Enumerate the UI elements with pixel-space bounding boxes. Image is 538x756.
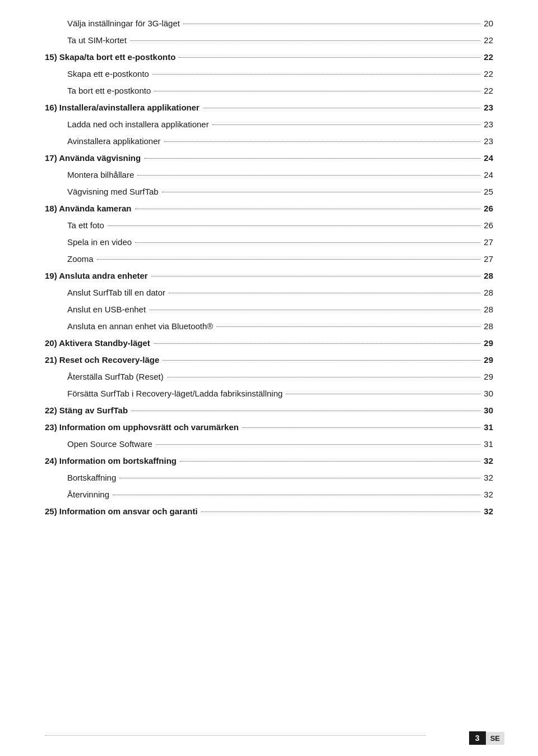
toc-dots <box>119 478 480 478</box>
toc-list: Välja inställningar för 3G-läget20Ta ut … <box>45 17 493 518</box>
toc-page-number: 27 <box>484 252 493 266</box>
toc-item-item-19: Ansluta en annan enhet via Bluetooth®28 <box>45 320 493 333</box>
toc-page-number: 24 <box>484 168 493 182</box>
toc-label: Ta ut SIM-kortet <box>67 34 127 47</box>
toc-label: 17) Använda vägvisning <box>45 151 141 165</box>
toc-label: Återvinning <box>67 488 109 501</box>
toc-item-item-30: 25) Information om ansvar och garanti32 <box>45 505 493 518</box>
toc-item-item-22: Återställa SurfTab (Reset)29 <box>45 370 493 384</box>
toc-item-item-8: Avinstallera applikationer23 <box>45 135 493 148</box>
toc-label: Skapa ett e-postkonto <box>67 67 149 81</box>
toc-dots <box>97 259 481 260</box>
page-footer: 3 SE <box>469 731 504 745</box>
toc-page-number: 22 <box>484 50 493 64</box>
toc-dots <box>154 343 480 344</box>
toc-dots <box>169 293 480 293</box>
toc-dots <box>137 175 480 176</box>
toc-page-number: 32 <box>484 471 493 485</box>
toc-page-number: 22 <box>484 84 493 98</box>
toc-dots <box>286 394 480 394</box>
toc-item-item-3: 15) Skapa/ta bort ett e-postkonto22 <box>45 50 493 64</box>
toc-label: 16) Installera/avinstallera applikatione… <box>45 101 200 114</box>
toc-dots <box>156 444 481 445</box>
toc-label: 21) Reset och Recovery-läge <box>45 353 159 367</box>
toc-dots <box>151 276 481 276</box>
toc-label: Spela in en video <box>67 236 132 249</box>
toc-page-number: 28 <box>484 320 493 333</box>
toc-dots <box>144 158 480 159</box>
language-indicator: SE <box>486 732 504 745</box>
toc-label: 23) Information om upphovsrätt och varum… <box>45 421 239 434</box>
toc-page-number: 28 <box>484 303 493 316</box>
toc-dots <box>216 326 480 327</box>
toc-page-number: 26 <box>484 219 493 232</box>
toc-label: Återställa SurfTab (Reset) <box>67 370 164 384</box>
toc-dots <box>162 192 481 192</box>
toc-item-item-20: 20) Aktivera Standby-läget29 <box>45 336 493 350</box>
toc-page-number: 28 <box>484 286 493 299</box>
toc-page-number: 29 <box>484 336 493 350</box>
toc-label: 19) Ansluta andra enheter <box>45 269 148 283</box>
toc-item-item-17: Anslut SurfTab till en dator28 <box>45 286 493 299</box>
toc-dots <box>163 360 480 361</box>
toc-item-item-9: 17) Använda vägvisning24 <box>45 151 493 165</box>
toc-dots <box>167 377 481 377</box>
toc-dots <box>180 461 480 462</box>
toc-dots <box>130 40 480 41</box>
toc-item-item-10: Montera bilhållare24 <box>45 168 493 182</box>
toc-dots <box>113 495 480 495</box>
toc-item-item-25: 23) Information om upphovsrätt och varum… <box>45 421 493 434</box>
toc-label: 24) Information om bortskaffning <box>45 454 177 468</box>
toc-dots <box>201 511 481 512</box>
toc-item-item-5: Ta bort ett e-postkonto22 <box>45 84 493 98</box>
toc-dots <box>135 209 481 209</box>
toc-item-item-15: Zooma27 <box>45 252 493 266</box>
toc-item-item-11: Vägvisning med SurfTab25 <box>45 185 493 199</box>
toc-label: 18) Använda kameran <box>45 202 132 215</box>
toc-page-number: 22 <box>484 34 493 47</box>
toc-item-item-13: Ta ett foto26 <box>45 219 493 232</box>
toc-page-number: 30 <box>484 404 493 417</box>
toc-item-item-6: 16) Installera/avinstallera applikatione… <box>45 101 493 114</box>
toc-dots <box>131 411 480 411</box>
toc-page-number: 27 <box>484 236 493 249</box>
toc-item-item-16: 19) Ansluta andra enheter28 <box>45 269 493 283</box>
toc-item-item-27: 24) Information om bortskaffning32 <box>45 454 493 468</box>
toc-page-number: 28 <box>484 269 493 283</box>
toc-dots <box>108 225 480 226</box>
toc-page-number: 23 <box>484 135 493 148</box>
toc-label: Ladda ned och installera applikationer <box>67 118 209 131</box>
page-container: Välja inställningar för 3G-läget20Ta ut … <box>0 0 538 756</box>
toc-item-item-14: Spela in en video27 <box>45 236 493 249</box>
toc-item-item-2: Ta ut SIM-kortet22 <box>45 34 493 47</box>
toc-page-number: 20 <box>484 17 493 30</box>
toc-page-number: 31 <box>484 437 493 451</box>
toc-label: Zooma <box>67 252 94 266</box>
toc-label: 22) Stäng av SurfTab <box>45 404 128 417</box>
toc-label: 25) Information om ansvar och garanti <box>45 505 198 518</box>
toc-label: 20) Aktivera Standby-läget <box>45 336 150 350</box>
toc-label: Ta bort ett e-postkonto <box>67 84 151 98</box>
toc-item-item-23: Försätta SurfTab i Recovery-läget/Ladda … <box>45 387 493 400</box>
toc-item-item-18: Anslut en USB-enhet28 <box>45 303 493 316</box>
toc-dots <box>242 427 480 428</box>
toc-page-number: 22 <box>484 67 493 81</box>
footer-dotted-line <box>45 735 426 736</box>
toc-dots <box>135 242 480 243</box>
toc-page-number: 29 <box>484 370 493 384</box>
toc-label: Anslut SurfTab till en dator <box>67 286 165 299</box>
toc-item-item-29: Återvinning32 <box>45 488 493 501</box>
toc-label: Välja inställningar för 3G-läget <box>67 17 180 30</box>
toc-label: Vägvisning med SurfTab <box>67 185 159 199</box>
toc-item-item-1: Välja inställningar för 3G-läget20 <box>45 17 493 30</box>
toc-page-number: 29 <box>484 353 493 367</box>
toc-page-number: 31 <box>484 421 493 434</box>
toc-page-number: 26 <box>484 202 493 215</box>
toc-dots <box>179 57 480 58</box>
toc-label: Bortskaffning <box>67 471 116 485</box>
toc-label: Open Source Software <box>67 437 152 451</box>
toc-dots <box>203 108 480 108</box>
toc-item-item-26: Open Source Software31 <box>45 437 493 451</box>
toc-item-item-28: Bortskaffning32 <box>45 471 493 485</box>
toc-label: Anslut en USB-enhet <box>67 303 146 316</box>
